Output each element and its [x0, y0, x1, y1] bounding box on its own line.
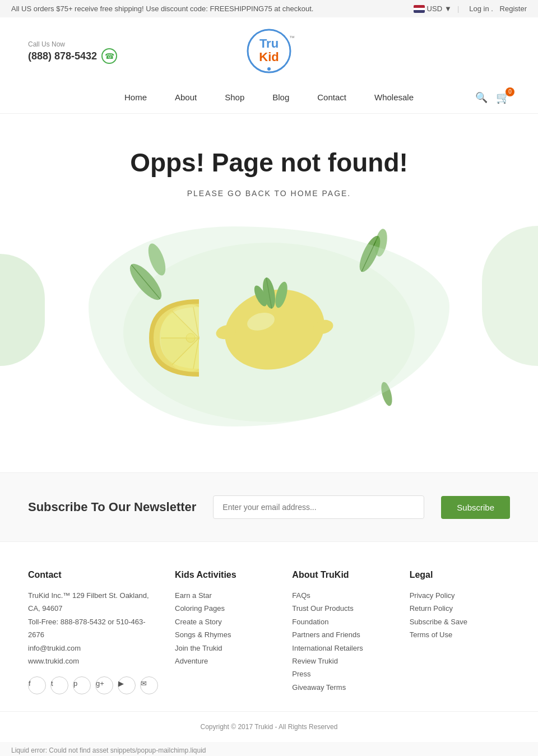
subscribe-button[interactable]: Subscribe — [441, 496, 510, 519]
newsletter-email-input[interactable] — [213, 495, 424, 519]
svg-text:™: ™ — [289, 35, 295, 41]
footer-link-privacy[interactable]: Privacy Policy — [410, 589, 510, 602]
footer: Contact TruKid Inc.™ 129 Filbert St. Oak… — [0, 542, 538, 711]
nav-contact[interactable]: Contact — [317, 92, 346, 102]
back-home-link[interactable]: PLEASE GO BACK TO HOME PAGE. — [187, 189, 351, 198]
newsletter-title: Subscribe To Our Newsletter — [28, 499, 196, 516]
footer-link-create-story[interactable]: Create a Story — [175, 615, 275, 628]
footer-contact-heading: Contact — [28, 570, 158, 580]
social-facebook[interactable]: f — [28, 676, 46, 694]
not-found-title: Opps! Page not found! — [11, 147, 527, 178]
top-bar-right: USD ▼ | Log in . Register — [414, 4, 527, 13]
not-found-section: Opps! Page not found! PLEASE GO BACK TO … — [0, 114, 538, 461]
copyright-text: Copyright © 2017 Trukid - All Rights Res… — [201, 723, 338, 731]
top-bar: All US orders $75+ receive free shipping… — [0, 0, 538, 17]
footer-link-review[interactable]: Review Trukid — [292, 655, 392, 667]
social-twitter[interactable]: t — [50, 676, 68, 694]
social-instagram[interactable]: ✉ — [140, 676, 158, 694]
call-now-label: Call Us Now — [28, 40, 65, 48]
liquid-error: Liquid error: Could not find asset snipp… — [0, 742, 538, 756]
cart-button[interactable]: 🛒 0 — [496, 91, 510, 104]
newsletter-section: Subscribe To Our Newsletter Subscribe — [0, 472, 538, 542]
register-link[interactable]: Register — [500, 4, 527, 13]
footer-link-press[interactable]: Press — [292, 667, 392, 680]
footer-link-faqs[interactable]: FAQs — [292, 589, 392, 602]
footer-address: TruKid Inc.™ 129 Filbert St. Oakland, CA… — [28, 589, 158, 615]
footer-website[interactable]: www.trukid.com — [28, 655, 158, 667]
footer-link-subscribe-save[interactable]: Subscribe & Save — [410, 615, 510, 628]
footer-link-terms[interactable]: Terms of Use — [410, 628, 510, 641]
top-bar-links: Log in . Register — [465, 4, 527, 13]
nav-home[interactable]: Home — [124, 92, 147, 102]
footer-email[interactable]: info@trukid.com — [28, 642, 158, 655]
footer-kids-activities: Kids Activities Earn a Star Coloring Pag… — [175, 570, 275, 694]
footer-link-international[interactable]: International Retailers — [292, 642, 392, 655]
cart-badge: 0 — [505, 87, 514, 96]
nav-wholesale[interactable]: Wholesale — [374, 92, 414, 102]
separator: | — [457, 4, 459, 13]
social-google-plus[interactable]: g+ — [95, 676, 113, 694]
phone-number: (888) 878-5432 — [28, 50, 97, 62]
footer-about: About TruKid FAQs Trust Our Products Fou… — [292, 570, 392, 694]
main-nav: Home About Shop Blog Contact Wholesale 🔍… — [0, 87, 538, 114]
promo-text: All US orders $75+ receive free shipping… — [11, 4, 313, 13]
phone-row: (888) 878-5432 ☎ — [28, 48, 117, 64]
footer-link-songs-rhymes[interactable]: Songs & Rhymes — [175, 628, 275, 641]
svg-text:Tru: Tru — [259, 36, 278, 50]
footer-link-giveaway[interactable]: Giveaway Terms — [292, 681, 392, 694]
footer-link-earn-star[interactable]: Earn a Star — [175, 589, 275, 602]
footer-link-join-trukid[interactable]: Join the Trukid — [175, 642, 275, 655]
footer-legal-heading: Legal — [410, 570, 510, 580]
phone-icon: ☎ — [101, 48, 117, 64]
flag-icon — [414, 5, 425, 13]
logo[interactable]: Tru Kid ™ — [224, 29, 314, 76]
currency-label: USD — [427, 4, 442, 13]
contact-info: Call Us Now (888) 878-5432 ☎ — [28, 40, 117, 64]
nav-about[interactable]: About — [175, 92, 197, 102]
social-youtube[interactable]: ▶ — [118, 676, 136, 694]
footer-link-adventure[interactable]: Adventure — [175, 655, 275, 667]
footer-tollfree: Toll-Free: 888-878-5432 or 510-463-2676 — [28, 615, 158, 642]
currency-selector[interactable]: USD ▼ — [414, 4, 452, 13]
search-icon[interactable]: 🔍 — [475, 91, 488, 104]
nav-blog[interactable]: Blog — [272, 92, 289, 102]
svg-point-4 — [267, 67, 271, 71]
nav-shop[interactable]: Shop — [225, 92, 244, 102]
footer-link-foundation[interactable]: Foundation — [292, 615, 392, 628]
logo-svg: Tru Kid ™ — [224, 29, 314, 73]
footer-legal: Legal Privacy Policy Return Policy Subsc… — [410, 570, 510, 694]
nav-icons: 🔍 🛒 0 — [475, 91, 510, 104]
footer-link-trust-products[interactable]: Trust Our Products — [292, 602, 392, 615]
footer-about-heading: About TruKid — [292, 570, 392, 580]
lemon-illustration — [11, 215, 527, 450]
footer-kids-heading: Kids Activities — [175, 570, 275, 580]
chevron-down-icon: ▼ — [444, 4, 452, 13]
svg-text:Kid: Kid — [259, 50, 279, 64]
footer-contact: Contact TruKid Inc.™ 129 Filbert St. Oak… — [28, 570, 158, 694]
liquid-error-text: Liquid error: Could not find asset snipp… — [11, 746, 206, 754]
login-link[interactable]: Log in — [469, 4, 489, 13]
copyright: Copyright © 2017 Trukid - All Rights Res… — [0, 711, 538, 742]
social-icons: f t p g+ ▶ ✉ — [28, 676, 158, 694]
footer-link-partners[interactable]: Partners and Friends — [292, 628, 392, 641]
social-pinterest[interactable]: p — [73, 676, 91, 694]
footer-link-coloring-pages[interactable]: Coloring Pages — [175, 602, 275, 615]
footer-link-return[interactable]: Return Policy — [410, 602, 510, 615]
not-found-subtitle: PLEASE GO BACK TO HOME PAGE. — [11, 189, 527, 198]
header: Call Us Now (888) 878-5432 ☎ Tru Kid ™ — [0, 17, 538, 87]
